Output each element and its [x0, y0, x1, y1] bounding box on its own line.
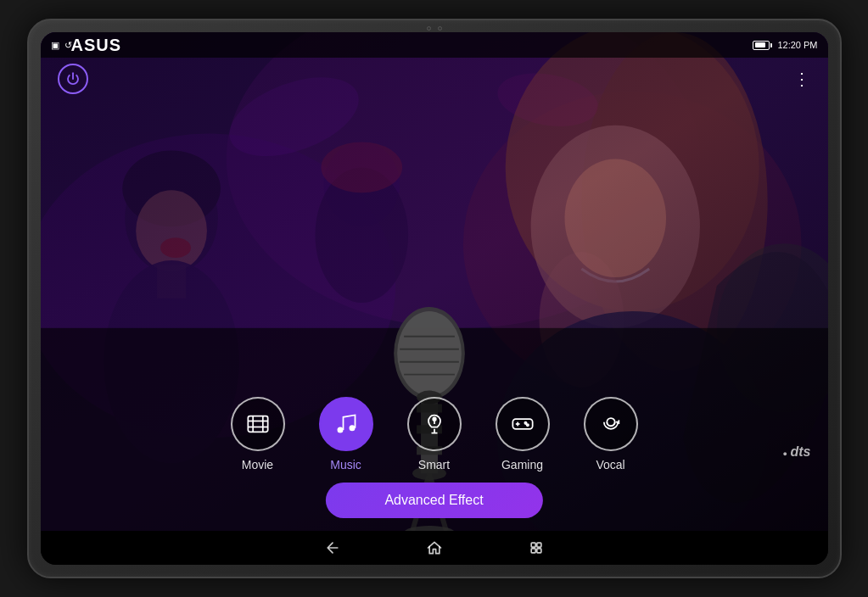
power-button[interactable] — [58, 64, 88, 94]
mode-movie-circle — [231, 397, 285, 451]
mode-music-circle — [319, 397, 373, 451]
mode-music-button[interactable]: Music — [319, 397, 373, 471]
window-icon: ▣ — [51, 40, 59, 51]
mode-gaming-circle — [496, 397, 550, 451]
svg-point-44 — [337, 427, 343, 433]
svg-point-45 — [349, 425, 355, 431]
svg-point-24 — [397, 311, 462, 396]
tablet-device: ASUS — [27, 19, 842, 578]
advanced-effect-container: Advanced Effect — [325, 483, 542, 518]
mode-movie-label: Movie — [242, 458, 273, 471]
svg-rect-39 — [248, 416, 267, 432]
more-menu-button[interactable]: ⋮ — [793, 69, 811, 89]
app-top-bar: ⋮ — [41, 58, 828, 100]
camera-dot-1 — [427, 26, 431, 31]
mode-smart-circle — [407, 397, 462, 451]
nav-bar — [41, 531, 828, 565]
mode-movie-button[interactable]: Movie — [231, 397, 285, 471]
asus-logo: ASUS — [71, 36, 122, 55]
mode-vocal-button[interactable]: Vocal — [584, 397, 638, 471]
status-right: 12:20 PM — [753, 40, 817, 50]
camera-area — [427, 26, 442, 31]
mode-gaming-button[interactable]: Gaming — [496, 397, 550, 471]
svg-point-53 — [526, 424, 528, 426]
mode-vocal-label: Vocal — [596, 458, 624, 471]
svg-point-47 — [433, 417, 436, 421]
battery-icon — [753, 41, 772, 50]
home-button[interactable] — [426, 539, 443, 556]
svg-point-52 — [524, 422, 526, 424]
svg-rect-49 — [512, 419, 532, 429]
mode-buttons-container: Movie Music — [41, 397, 828, 471]
svg-rect-57 — [536, 543, 540, 547]
svg-rect-56 — [531, 543, 535, 547]
back-button[interactable] — [324, 539, 341, 556]
camera-dot-2 — [438, 26, 442, 31]
svg-rect-59 — [536, 549, 540, 553]
mode-smart-label: Smart — [418, 458, 450, 471]
advanced-effect-button[interactable]: Advanced Effect — [325, 483, 542, 518]
recent-apps-button[interactable] — [528, 539, 545, 556]
mode-gaming-label: Gaming — [501, 458, 543, 471]
svg-rect-58 — [531, 549, 535, 553]
mode-music-label: Music — [330, 458, 361, 471]
mode-vocal-circle — [584, 397, 638, 451]
status-bar: ▣ ↺ 12:20 PM — [41, 32, 828, 58]
status-left: ▣ ↺ — [51, 40, 72, 51]
mode-smart-button[interactable]: Smart — [407, 397, 462, 471]
clock: 12:20 PM — [777, 40, 817, 50]
svg-point-38 — [564, 159, 666, 277]
tablet-screen: ▣ ↺ 12:20 PM ⋮ — [41, 32, 828, 565]
